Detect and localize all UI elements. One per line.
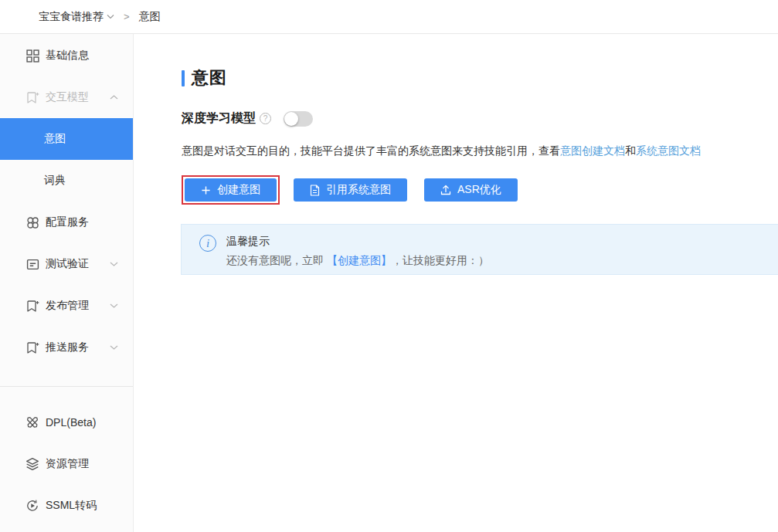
notice-text-segment: ，让技能更好用：） <box>392 254 489 266</box>
chevron-down-icon <box>110 303 118 309</box>
sidebar-item-label: 推送服务 <box>46 341 89 354</box>
notice-text-segment: 还没有意图呢，立即 <box>226 254 327 266</box>
sidebar-item-config-service[interactable]: 配置服务 <box>0 202 133 243</box>
sidebar-item-interaction-model[interactable]: 交互模型 <box>0 76 133 118</box>
document-icon <box>25 257 39 271</box>
sidebar-item-label: SSML转码 <box>46 499 97 513</box>
sidebar-item-label: 交互模型 <box>46 90 89 104</box>
sidebar-item-label: 发布管理 <box>46 299 89 313</box>
description-text: 和 <box>625 144 636 157</box>
intent-actions: 创建意图 引用系统意图 ASR优化 <box>182 175 778 205</box>
chevron-down-icon <box>110 262 118 267</box>
create-intent-link[interactable]: 【创建意图】 <box>327 254 392 266</box>
skill-platform-app: 宝宝食谱推荐 > 意图 基础信息 交互模型 意图 <box>0 0 778 532</box>
system-intent-doc-link[interactable]: 系统意图文档 <box>636 144 701 157</box>
title-accent-bar <box>182 70 185 86</box>
deep-learning-toggle[interactable] <box>284 111 313 127</box>
breadcrumb-skill-dropdown[interactable]: 宝宝食谱推荐 <box>39 10 114 24</box>
button-label: 引用系统意图 <box>326 183 391 197</box>
sidebar-item-test-verify[interactable]: 测试验证 <box>0 243 133 285</box>
layers-icon <box>25 457 39 471</box>
notice-body: 温馨提示 还没有意图呢，立即 【创建意图】，让技能更好用：） <box>226 235 489 274</box>
sidebar-item-label: 基础信息 <box>46 49 89 63</box>
notice-banner: i 温馨提示 还没有意图呢，立即 【创建意图】，让技能更好用：） <box>181 224 778 275</box>
sidebar-item-label: 意图 <box>44 132 66 146</box>
crossed-pencils-icon <box>25 415 39 429</box>
page-title: 意图 <box>182 66 778 90</box>
sidebar-item-label: 资源管理 <box>46 457 89 471</box>
bookmark-plus-icon <box>25 90 39 104</box>
sidebar-divider <box>0 386 133 387</box>
page-title-text: 意图 <box>192 66 227 90</box>
deep-learning-row: 深度学习模型 ? <box>182 110 778 127</box>
description-text: 意图是对话交互的目的，技能平台提供了丰富的系统意图来支持技能引用，查看 <box>182 144 560 157</box>
document-icon <box>310 185 320 196</box>
create-intent-highlight-box: 创建意图 <box>182 175 280 205</box>
breadcrumb: 宝宝食谱推荐 > 意图 <box>0 0 778 34</box>
play-refresh-icon <box>25 499 39 513</box>
sidebar-item-publish-manage[interactable]: 发布管理 <box>0 285 133 327</box>
intent-create-doc-link[interactable]: 意图创建文档 <box>560 144 625 157</box>
plus-icon <box>201 185 211 195</box>
intent-description: 意图是对话交互的目的，技能平台提供了丰富的系统意图来支持技能引用，查看意图创建文… <box>182 144 778 158</box>
grid-icon <box>25 49 39 63</box>
breadcrumb-current: 意图 <box>139 10 161 24</box>
toggle-knob <box>284 112 298 126</box>
notice-text: 还没有意图呢，立即 【创建意图】，让技能更好用：） <box>226 254 489 268</box>
sidebar-item-intent[interactable]: 意图 <box>0 118 133 160</box>
button-label: ASR优化 <box>457 183 501 197</box>
sidebar-item-label: 配置服务 <box>46 215 89 229</box>
help-icon[interactable]: ? <box>260 113 271 124</box>
notice-title: 温馨提示 <box>226 235 489 249</box>
sidebar-item-push-service[interactable]: 推送服务 <box>0 327 133 368</box>
breadcrumb-separator: > <box>124 11 130 22</box>
chevron-down-icon <box>107 14 114 19</box>
sidebar-item-label: 词典 <box>44 174 66 188</box>
chevron-up-icon <box>110 95 118 100</box>
breadcrumb-skill-name: 宝宝食谱推荐 <box>39 10 104 24</box>
main-content: 意图 深度学习模型 ? 意图是对话交互的目的，技能平台提供了丰富的系统意图来支持… <box>134 34 778 532</box>
sidebar-item-label: 测试验证 <box>46 257 89 271</box>
sidebar: 基础信息 交互模型 意图 词典 配置服务 测试 <box>0 34 134 532</box>
bookmark-plus-icon <box>25 341 39 354</box>
reference-system-intent-button[interactable]: 引用系统意图 <box>294 178 407 202</box>
sidebar-item-resource-manage[interactable]: 资源管理 <box>0 443 133 485</box>
bookmark-plus-icon <box>25 299 39 313</box>
sidebar-item-dictionary[interactable]: 词典 <box>0 160 133 202</box>
sidebar-item-basic-info[interactable]: 基础信息 <box>0 35 133 76</box>
create-intent-button[interactable]: 创建意图 <box>185 178 277 202</box>
asr-optimize-button[interactable]: ASR优化 <box>424 178 518 202</box>
upload-icon <box>440 185 451 195</box>
info-icon: i <box>199 235 216 252</box>
sidebar-item-label: DPL(Beta) <box>46 416 96 429</box>
clover-icon <box>25 215 39 229</box>
button-label: 创建意图 <box>217 183 260 197</box>
chevron-down-icon <box>110 345 118 351</box>
sidebar-item-dpl-beta[interactable]: DPL(Beta) <box>0 402 133 443</box>
deep-learning-label: 深度学习模型 <box>182 110 256 127</box>
sidebar-item-ssml-transcode[interactable]: SSML转码 <box>0 485 133 527</box>
